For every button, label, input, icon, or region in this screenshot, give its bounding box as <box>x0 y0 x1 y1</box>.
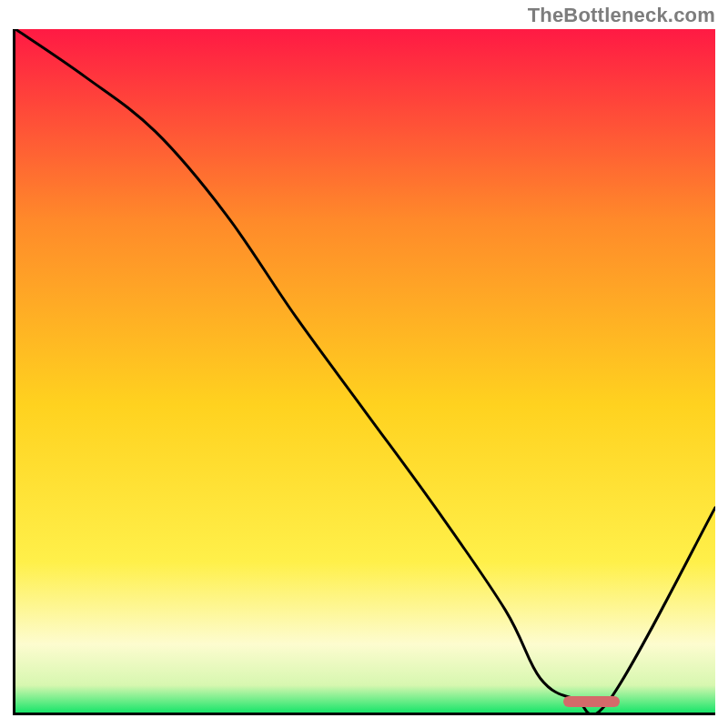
watermark-text: TheBottleneck.com <box>528 4 715 27</box>
chart-stage: TheBottleneck.com <box>0 0 728 728</box>
gradient-background <box>15 29 715 713</box>
plot-frame <box>13 29 715 715</box>
optimal-range-marker <box>563 696 620 707</box>
plot-svg <box>15 29 715 713</box>
